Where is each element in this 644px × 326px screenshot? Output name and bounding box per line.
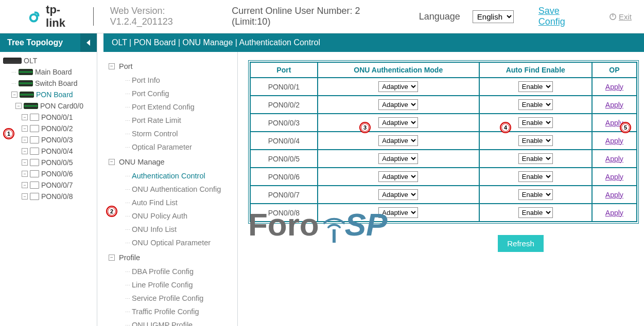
table-row: PON0/0/5AdaptiveEnableApply bbox=[250, 150, 637, 168]
cell-mode: Adaptive bbox=[318, 114, 479, 132]
apply-link[interactable]: Apply bbox=[605, 155, 623, 163]
table-row: PON0/0/4AdaptiveEnableApply bbox=[250, 132, 637, 150]
minus-icon: − bbox=[22, 137, 28, 143]
tree-node-switch-board[interactable]: ⋯Switch Board bbox=[3, 78, 97, 89]
subnav-item[interactable]: ⋯Traffic Profile Config bbox=[109, 305, 235, 318]
web-version: Web Version: V1.2.4_201123 bbox=[110, 6, 220, 27]
autofind-select[interactable]: Enable bbox=[518, 153, 553, 164]
subnav-item[interactable]: ⋯Port Extend Config bbox=[109, 100, 235, 114]
exit-link[interactable]: Exit bbox=[609, 12, 632, 21]
auth-mode-select[interactable]: Adaptive bbox=[378, 171, 418, 182]
table-row: PON0/0/6AdaptiveEnableApply bbox=[250, 168, 637, 186]
port-icon bbox=[30, 136, 39, 143]
cell-autofind: Enable bbox=[479, 114, 592, 132]
cell-autofind: Enable bbox=[479, 168, 592, 186]
apply-link[interactable]: Apply bbox=[605, 173, 623, 181]
refresh-button[interactable]: Refresh bbox=[498, 235, 544, 252]
minus-icon: − bbox=[11, 92, 18, 98]
tree-header: Tree Topology bbox=[0, 33, 97, 52]
tree-node-pon-port[interactable]: −PON0/0/1 bbox=[3, 112, 97, 123]
auth-mode-select[interactable]: Adaptive bbox=[378, 135, 418, 146]
apply-link[interactable]: Apply bbox=[605, 101, 623, 109]
subnav-item[interactable]: ⋯Storm Control bbox=[109, 127, 235, 140]
subnav-item[interactable]: ⋯ONU Info List bbox=[109, 223, 235, 236]
cell-mode: Adaptive bbox=[318, 186, 479, 204]
apply-link[interactable]: Apply bbox=[605, 137, 623, 145]
apply-link[interactable]: Apply bbox=[605, 83, 623, 91]
tree-node-pon-port[interactable]: −PON0/0/5 bbox=[3, 157, 97, 168]
cell-port: PON0/0/6 bbox=[250, 168, 318, 186]
cell-mode: Adaptive bbox=[318, 168, 479, 186]
subnav-item[interactable]: ⋯Auto Find List bbox=[109, 196, 235, 209]
subnav-item[interactable]: ⋯Line Profile Config bbox=[109, 278, 235, 292]
autofind-select[interactable]: Enable bbox=[518, 189, 553, 200]
tree-node-pon-port[interactable]: −PON0/0/2 bbox=[3, 123, 97, 134]
language-select[interactable]: English bbox=[473, 10, 514, 23]
breadcrumb: OLT | PON Board | ONU Manage | Authentic… bbox=[103, 33, 644, 52]
tree-node-pon-port[interactable]: −PON0/0/4 bbox=[3, 146, 97, 157]
minus-icon: − bbox=[15, 103, 22, 109]
auth-mode-select[interactable]: Adaptive bbox=[378, 153, 418, 164]
col-op: OP bbox=[592, 62, 637, 78]
tree-node-pon-port[interactable]: −PON0/0/3 bbox=[3, 134, 97, 146]
chevron-left-icon bbox=[86, 40, 91, 46]
subnav: Port ⋯Port Info⋯Port Config⋯Port Extend … bbox=[103, 52, 238, 326]
subnav-item[interactable]: ⋯Port Info bbox=[109, 74, 235, 87]
apply-link[interactable]: Apply bbox=[605, 209, 623, 217]
minus-icon: − bbox=[22, 114, 28, 120]
subnav-item[interactable]: ⋯Authentication Control bbox=[109, 169, 235, 183]
subnav-item[interactable]: ⋯Port Config bbox=[109, 87, 235, 100]
autofind-select[interactable]: Enable bbox=[518, 207, 553, 218]
tree-node-main-board[interactable]: ⋯Main Board bbox=[3, 66, 97, 78]
table-row: PON0/0/2AdaptiveEnableApply bbox=[250, 96, 637, 114]
subnav-cat-onu[interactable]: ONU Manage bbox=[109, 158, 235, 166]
autofind-select[interactable]: Enable bbox=[518, 117, 553, 128]
olt-icon bbox=[3, 58, 22, 64]
tree-node-pon-card[interactable]: −PON Card0/0 bbox=[3, 100, 97, 112]
cell-autofind: Enable bbox=[479, 186, 592, 204]
subnav-item[interactable]: ⋯ONU Policy Auth bbox=[109, 209, 235, 223]
subnav-item[interactable]: ⋯Service Profile Config bbox=[109, 292, 235, 305]
tree-node-olt[interactable]: OLT bbox=[3, 55, 97, 66]
brand-text: tp-link bbox=[46, 3, 77, 30]
subnav-item[interactable]: ⋯Optical Parameter bbox=[109, 140, 235, 154]
tree-node-pon-port[interactable]: −PON0/0/6 bbox=[3, 168, 97, 179]
port-icon bbox=[30, 148, 39, 155]
subnav-item[interactable]: ⋯ONU Authentication Config bbox=[109, 183, 235, 196]
auth-mode-select[interactable]: Adaptive bbox=[378, 117, 418, 128]
tree-node-pon-port[interactable]: −PON0/0/7 bbox=[3, 179, 97, 191]
cell-mode: Adaptive bbox=[318, 78, 479, 96]
auth-mode-select[interactable]: Adaptive bbox=[378, 99, 418, 110]
subnav-item[interactable]: ⋯ONU IGMP Profile bbox=[109, 318, 235, 326]
autofind-select[interactable]: Enable bbox=[518, 171, 553, 182]
callout-1: 1 bbox=[3, 128, 14, 139]
autofind-select[interactable]: Enable bbox=[518, 81, 553, 92]
minus-icon: − bbox=[22, 159, 28, 166]
callout-2: 2 bbox=[106, 206, 117, 217]
svg-point-0 bbox=[30, 14, 38, 22]
autofind-select[interactable]: Enable bbox=[518, 135, 553, 146]
autofind-select[interactable]: Enable bbox=[518, 99, 553, 110]
main-area: Tree Topology OLT ⋯Main Board ⋯Switch Bo… bbox=[0, 33, 644, 326]
apply-link[interactable]: Apply bbox=[605, 191, 623, 199]
auth-mode-select[interactable]: Adaptive bbox=[378, 81, 418, 92]
subnav-cat-port[interactable]: Port bbox=[109, 62, 235, 70]
auth-mode-select[interactable]: Adaptive bbox=[378, 189, 418, 200]
cell-autofind: Enable bbox=[479, 78, 592, 96]
callout-3: 3 bbox=[359, 122, 371, 133]
subnav-cat-profile[interactable]: Profile bbox=[109, 253, 235, 262]
cell-op: Apply bbox=[592, 78, 637, 96]
cell-op: Apply bbox=[592, 186, 637, 204]
subnav-item[interactable]: ⋯DBA Profile Config bbox=[109, 265, 235, 278]
subnav-item[interactable]: ⋯Port Rate Limit bbox=[109, 114, 235, 127]
collapse-tree-button[interactable] bbox=[80, 33, 97, 52]
port-icon bbox=[30, 114, 39, 121]
subnav-item[interactable]: ⋯ONU Optical Parameter bbox=[109, 236, 235, 249]
tree-node-pon-board[interactable]: −PON Board bbox=[3, 89, 97, 100]
auth-mode-select[interactable]: Adaptive bbox=[378, 207, 418, 218]
minus-icon: − bbox=[22, 125, 28, 132]
col-port: Port bbox=[250, 62, 318, 78]
save-config-link[interactable]: Save Config bbox=[538, 6, 584, 27]
tree-node-pon-port[interactable]: −PON0/0/8 bbox=[3, 191, 97, 202]
minus-icon bbox=[109, 255, 115, 261]
